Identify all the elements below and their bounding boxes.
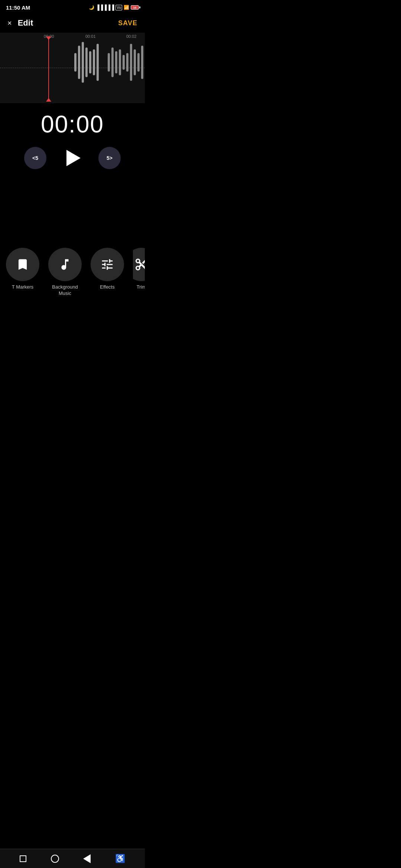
- background-music-label: Background Music: [48, 284, 82, 297]
- status-bar: 11:50 AM 🌙 ▐▐▐▐▐ Vo 📶 16: [0, 0, 145, 13]
- svg-rect-2: [82, 42, 84, 83]
- svg-rect-12: [126, 53, 128, 72]
- timeline: 00:00 00:01 00:02: [0, 33, 145, 103]
- effects-label: Effects: [100, 284, 115, 290]
- time-display: 00:00: [41, 111, 104, 138]
- playhead-bottom: [46, 98, 51, 102]
- tool-background-music[interactable]: Background Music: [48, 248, 82, 297]
- skip-forward-button[interactable]: 5>: [98, 147, 121, 169]
- tools-row: T Markers Background Music Effects: [0, 248, 145, 297]
- svg-rect-7: [108, 53, 110, 72]
- page-title: Edit: [18, 18, 33, 28]
- signal-icon: ▐▐▐▐▐: [96, 4, 114, 10]
- bookmark-icon: [16, 257, 30, 272]
- playback-controls: <5 5>: [24, 147, 121, 169]
- background-music-circle: [48, 248, 82, 281]
- svg-rect-9: [115, 51, 117, 73]
- skip-back-button[interactable]: <5: [24, 147, 46, 169]
- wifi-icon: 📶: [124, 5, 129, 10]
- svg-rect-14: [134, 49, 136, 75]
- vo-icon: Vo: [115, 5, 122, 10]
- tool-t-markers[interactable]: T Markers: [6, 248, 39, 297]
- main-spacer: [0, 173, 145, 242]
- svg-rect-8: [111, 47, 114, 77]
- effects-circle: [91, 248, 124, 281]
- bottom-tools: T Markers Background Music Effects: [0, 242, 145, 300]
- svg-rect-16: [141, 46, 143, 79]
- play-button[interactable]: [61, 147, 84, 169]
- header: × Edit SAVE: [0, 13, 145, 33]
- svg-rect-3: [85, 47, 88, 77]
- save-button[interactable]: SAVE: [118, 19, 137, 27]
- svg-rect-4: [89, 51, 91, 73]
- svg-rect-13: [130, 44, 132, 81]
- svg-rect-11: [123, 55, 125, 70]
- tool-trim[interactable]: Trim: [133, 248, 145, 297]
- t-markers-label: T Markers: [12, 284, 33, 290]
- status-time: 11:50 AM: [6, 4, 30, 11]
- trim-icon: [134, 257, 145, 272]
- t-markers-circle: [6, 248, 39, 281]
- sliders-icon: [100, 257, 114, 272]
- trim-label: Trim: [137, 284, 145, 290]
- playhead-line: [48, 39, 49, 99]
- trim-circle: [133, 248, 145, 281]
- svg-rect-1: [78, 46, 80, 79]
- status-icons: 🌙 ▐▐▐▐▐ Vo 📶 16: [89, 4, 139, 10]
- svg-rect-5: [93, 49, 95, 75]
- svg-rect-10: [119, 49, 121, 75]
- music-icon: [58, 257, 72, 272]
- svg-rect-15: [137, 53, 140, 72]
- playhead: [48, 33, 49, 103]
- svg-rect-6: [97, 44, 99, 81]
- waveform: [71, 33, 145, 92]
- close-button[interactable]: ×: [7, 19, 12, 27]
- svg-rect-0: [74, 53, 76, 72]
- play-icon: [66, 150, 81, 166]
- battery-icon: 16: [131, 5, 139, 10]
- player-section: 00:00 <5 5>: [0, 103, 145, 173]
- moon-icon: 🌙: [89, 5, 94, 10]
- header-left: × Edit: [7, 18, 33, 28]
- tool-effects[interactable]: Effects: [91, 248, 124, 297]
